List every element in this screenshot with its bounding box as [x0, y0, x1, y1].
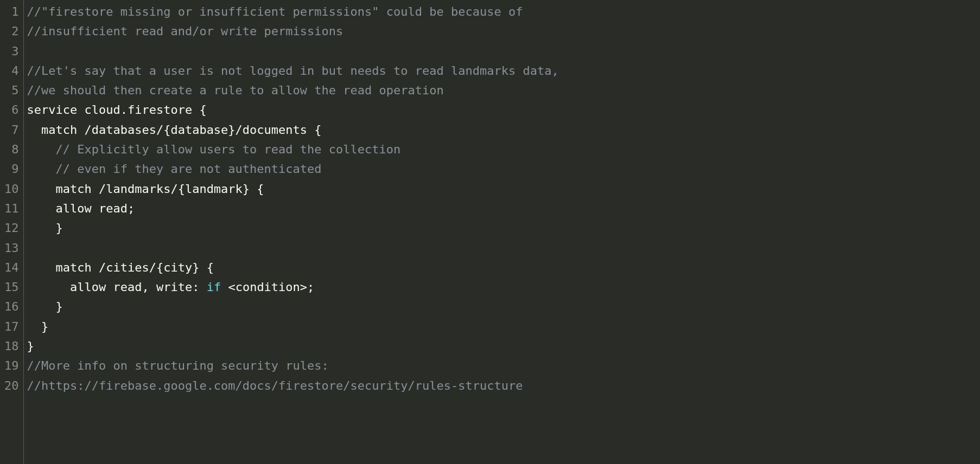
code-token: allow read;	[27, 202, 135, 215]
line-number: 11	[4, 199, 21, 218]
line-number: 19	[4, 356, 21, 376]
code-token: if	[207, 280, 221, 294]
code-line[interactable]	[27, 42, 981, 61]
code-token: //More info on structuring security rule…	[27, 359, 329, 372]
code-line[interactable]: }	[27, 317, 981, 337]
code-token: match /cities/{city} {	[27, 261, 214, 274]
code-line[interactable]: allow read;	[27, 199, 981, 218]
code-line[interactable]: //More info on structuring security rule…	[27, 356, 981, 376]
line-number: 8	[4, 140, 21, 159]
line-number: 20	[4, 376, 21, 396]
code-line[interactable]: // even if they are not authenticated	[27, 159, 981, 179]
line-number: 7	[4, 120, 21, 140]
code-token: }	[27, 339, 34, 353]
code-token: match /databases/{database}/documents {	[27, 123, 322, 137]
code-token: ;	[307, 280, 314, 294]
code-line[interactable]: }	[27, 297, 981, 317]
code-line[interactable]: match /cities/{city} {	[27, 258, 981, 278]
code-token: // even if they are not authenticated	[55, 162, 321, 176]
line-number: 14	[4, 258, 21, 278]
code-line[interactable]: //"firestore missing or insufficient per…	[27, 2, 981, 22]
code-token: <	[228, 280, 235, 294]
code-line[interactable]: // Explicitly allow users to read the co…	[27, 140, 981, 159]
line-number: 17	[4, 317, 21, 337]
code-token	[221, 280, 228, 294]
code-line[interactable]	[27, 239, 981, 258]
line-number: 5	[4, 81, 21, 100]
code-line[interactable]: //we should then create a rule to allow …	[27, 81, 981, 100]
line-number: 10	[4, 179, 21, 199]
line-number: 2	[4, 22, 21, 41]
line-number: 6	[4, 100, 21, 120]
code-token: //we should then create a rule to allow …	[27, 83, 444, 97]
code-token: allow read, write:	[27, 280, 207, 294]
code-token	[27, 162, 56, 176]
code-line[interactable]: service cloud.firestore {	[27, 100, 981, 120]
code-token: //Let's say that a user is not logged in…	[27, 64, 559, 78]
code-token: service cloud.firestore {	[27, 103, 207, 117]
code-token: //"firestore missing or insufficient per…	[27, 5, 523, 18]
code-token: condition	[236, 280, 300, 294]
code-token: }	[27, 320, 49, 333]
code-editor[interactable]: 1234567891011121314151617181920 //"fires…	[0, 0, 980, 464]
code-token	[27, 143, 56, 156]
code-line[interactable]: //https://firebase.google.com/docs/fires…	[27, 376, 981, 396]
code-line[interactable]: //insufficient read and/or write permiss…	[27, 22, 981, 41]
line-number: 3	[4, 42, 21, 61]
line-number: 13	[4, 239, 21, 258]
code-line[interactable]: }	[27, 218, 981, 238]
code-token: //https://firebase.google.com/docs/fires…	[27, 379, 523, 392]
line-number: 1	[4, 2, 21, 22]
code-line[interactable]: }	[27, 337, 981, 356]
code-token: >	[300, 280, 307, 294]
code-token: }	[27, 221, 63, 235]
line-number: 18	[4, 337, 21, 356]
code-line[interactable]: match /databases/{database}/documents {	[27, 120, 981, 140]
line-number: 9	[4, 159, 21, 179]
code-line[interactable]: allow read, write: if <condition>;	[27, 278, 981, 297]
code-token: }	[27, 300, 63, 313]
code-line[interactable]: //Let's say that a user is not logged in…	[27, 61, 981, 81]
code-token: // Explicitly allow users to read the co…	[55, 143, 400, 156]
line-number: 16	[4, 297, 21, 317]
line-number: 4	[4, 61, 21, 81]
code-token: match /landmarks/{landmark} {	[27, 182, 264, 196]
code-content-area[interactable]: //"firestore missing or insufficient per…	[24, 0, 981, 464]
code-line[interactable]: match /landmarks/{landmark} {	[27, 179, 981, 199]
line-number: 15	[4, 278, 21, 297]
line-number: 12	[4, 218, 21, 238]
code-token: //insufficient read and/or write permiss…	[27, 24, 343, 38]
line-number-gutter: 1234567891011121314151617181920	[0, 0, 24, 464]
